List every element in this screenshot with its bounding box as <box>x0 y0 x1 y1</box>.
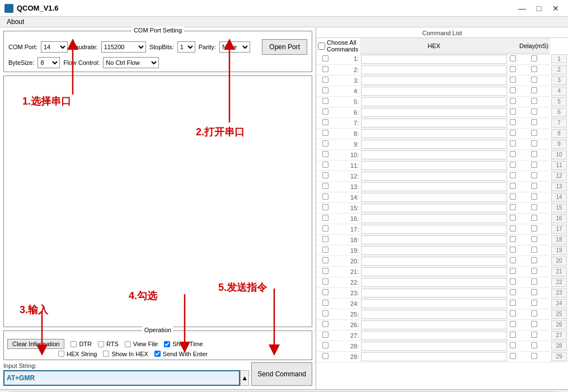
row-delay-19[interactable] <box>551 246 567 255</box>
row-enter-6[interactable] <box>531 108 537 115</box>
row-hex-16[interactable] <box>510 215 516 221</box>
row-delay-5[interactable] <box>551 97 567 106</box>
row-delay-24[interactable] <box>551 299 567 308</box>
stopbits-select[interactable]: 1 <box>177 41 195 53</box>
row-delay-3[interactable] <box>551 76 567 85</box>
send-command-button[interactable]: Send Command <box>251 362 312 386</box>
row-checkbox-1[interactable] <box>322 55 328 62</box>
row-cmd-14[interactable] <box>361 193 507 202</box>
row-checkbox-6[interactable] <box>322 108 328 115</box>
baudrate-select[interactable]: 115200 <box>101 41 146 53</box>
row-delay-27[interactable] <box>551 331 567 340</box>
row-enter-14[interactable] <box>531 193 537 200</box>
row-hex-7[interactable] <box>510 119 516 125</box>
row-checkbox-11[interactable] <box>322 162 328 168</box>
row-checkbox-12[interactable] <box>322 172 328 178</box>
row-delay-26[interactable] <box>551 320 567 329</box>
row-hex-8[interactable] <box>510 130 516 136</box>
row-delay-13[interactable] <box>551 182 567 191</box>
row-checkbox-23[interactable] <box>322 289 328 295</box>
row-hex-9[interactable] <box>510 140 516 147</box>
row-enter-29[interactable] <box>531 353 537 359</box>
row-hex-5[interactable] <box>510 98 516 104</box>
row-enter-7[interactable] <box>531 119 537 125</box>
bytesize-select[interactable]: 8 <box>37 57 60 68</box>
row-hex-17[interactable] <box>510 225 516 232</box>
close-button[interactable]: ✕ <box>548 2 564 15</box>
row-hex-3[interactable] <box>510 77 516 83</box>
row-hex-14[interactable] <box>510 193 516 200</box>
row-enter-10[interactable] <box>531 151 537 157</box>
row-enter-27[interactable] <box>531 332 537 338</box>
send-with-enter-option[interactable]: Send With Enter <box>154 350 208 357</box>
row-delay-11[interactable] <box>551 161 567 170</box>
row-delay-7[interactable] <box>551 119 567 127</box>
row-checkbox-17[interactable] <box>322 225 328 232</box>
row-checkbox-20[interactable] <box>322 257 328 263</box>
row-cmd-26[interactable] <box>361 320 507 329</box>
show-in-hex-checkbox[interactable] <box>103 351 109 357</box>
row-cmd-23[interactable] <box>361 289 507 297</box>
choose-all-option[interactable]: Choose All Commands <box>318 39 358 53</box>
row-checkbox-15[interactable] <box>322 204 328 210</box>
row-enter-3[interactable] <box>531 77 537 83</box>
row-cmd-22[interactable] <box>361 278 507 287</box>
row-cmd-5[interactable] <box>361 97 507 106</box>
row-hex-19[interactable] <box>510 247 516 253</box>
row-checkbox-5[interactable] <box>322 98 328 104</box>
row-hex-10[interactable] <box>510 151 516 157</box>
row-hex-20[interactable] <box>510 257 516 263</box>
row-enter-17[interactable] <box>531 225 537 232</box>
row-enter-15[interactable] <box>531 204 537 210</box>
row-hex-29[interactable] <box>510 353 516 359</box>
row-checkbox-22[interactable] <box>322 278 328 285</box>
row-checkbox-19[interactable] <box>322 247 328 253</box>
row-delay-12[interactable] <box>551 172 567 181</box>
view-file-option[interactable]: View File <box>124 341 158 348</box>
hex-string-checkbox[interactable] <box>58 351 64 357</box>
row-delay-10[interactable] <box>551 150 567 159</box>
row-hex-15[interactable] <box>510 204 516 210</box>
row-cmd-18[interactable] <box>361 235 507 244</box>
row-delay-23[interactable] <box>551 289 567 297</box>
row-cmd-15[interactable] <box>361 204 507 212</box>
row-hex-12[interactable] <box>510 172 516 178</box>
row-cmd-10[interactable] <box>361 150 507 159</box>
row-delay-21[interactable] <box>551 267 567 276</box>
minimize-button[interactable]: — <box>514 2 530 15</box>
row-hex-13[interactable] <box>510 183 516 189</box>
row-cmd-19[interactable] <box>361 246 507 255</box>
row-checkbox-13[interactable] <box>322 183 328 189</box>
choose-all-checkbox[interactable] <box>318 42 325 50</box>
row-cmd-27[interactable] <box>361 331 507 340</box>
row-hex-23[interactable] <box>510 289 516 295</box>
row-hex-26[interactable] <box>510 321 516 327</box>
row-hex-22[interactable] <box>510 278 516 285</box>
row-enter-26[interactable] <box>531 321 537 327</box>
row-enter-22[interactable] <box>531 278 537 285</box>
row-cmd-2[interactable] <box>361 65 507 74</box>
row-cmd-4[interactable] <box>361 87 507 96</box>
dtr-option[interactable]: DTR <box>70 341 92 348</box>
row-enter-2[interactable] <box>531 66 537 72</box>
row-cmd-17[interactable] <box>361 225 507 234</box>
row-checkbox-14[interactable] <box>322 193 328 200</box>
row-cmd-1[interactable] <box>361 55 507 64</box>
row-enter-1[interactable] <box>531 55 537 62</box>
view-file-checkbox[interactable] <box>125 341 131 347</box>
menu-about[interactable]: About <box>4 17 26 27</box>
show-in-hex-option[interactable]: Show In HEX <box>102 350 148 357</box>
row-delay-25[interactable] <box>551 310 567 319</box>
row-enter-12[interactable] <box>531 172 537 178</box>
row-hex-28[interactable] <box>510 342 516 348</box>
row-delay-22[interactable] <box>551 278 567 287</box>
row-hex-4[interactable] <box>510 87 516 93</box>
rts-option[interactable]: RTS <box>97 341 119 348</box>
row-hex-24[interactable] <box>510 300 516 306</box>
row-delay-2[interactable] <box>551 65 567 74</box>
row-checkbox-21[interactable] <box>322 268 328 274</box>
parity-select[interactable]: None <box>219 41 250 53</box>
row-hex-25[interactable] <box>510 310 516 317</box>
row-checkbox-27[interactable] <box>322 332 328 338</box>
open-port-button[interactable]: Open Port <box>262 39 307 55</box>
